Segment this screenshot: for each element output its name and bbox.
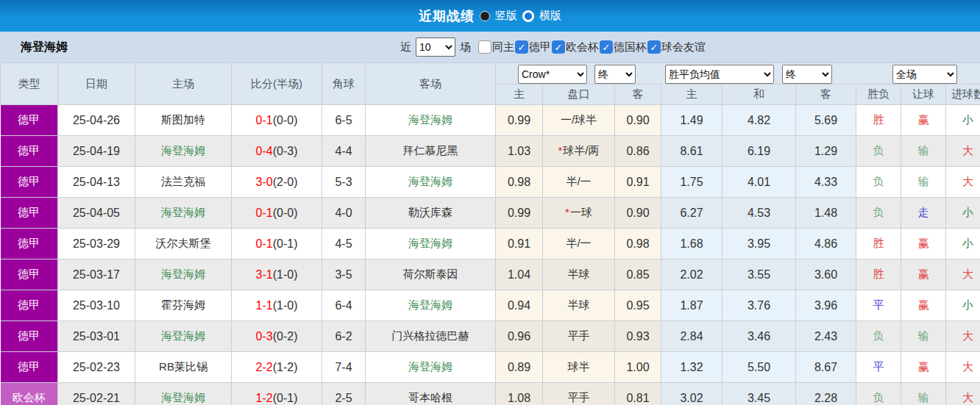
radio-vertical-layout[interactable] [480, 11, 490, 21]
league-filter-item: ✓球会友谊 [647, 40, 706, 54]
league-checkbox[interactable]: ✓ [515, 40, 528, 54]
results-table: 类型 日期 主场 比分(半场) 角球 客场 Crow* 终 胜平负均值 [0, 62, 980, 405]
half-time-score: (0-1) [273, 392, 298, 404]
subcol-result-goals: 进球数 [946, 85, 980, 105]
handicap-line: 平手 [543, 383, 615, 405]
league-filter-label[interactable]: 德国杯 [613, 40, 647, 54]
radio-horizontal-layout[interactable] [522, 10, 534, 22]
league-filter-group: ✓德甲✓欧会杯✓德国杯✓球会友谊 [515, 40, 706, 54]
handicap-line: 半球 [543, 259, 615, 290]
match-date: 25-04-19 [58, 136, 135, 167]
avg-home-odds: 2.02 [661, 259, 722, 290]
subcol-result-outcome: 胜负 [856, 85, 901, 105]
score-cell: 0-3(0-2) [232, 321, 322, 352]
result-outcome: 平 [856, 290, 901, 321]
avg-away-odds: 2.28 [796, 383, 856, 405]
avg-away-odds: 2.43 [796, 321, 856, 352]
avg-away-odds: 8.67 [796, 352, 856, 383]
match-row: 德甲25-04-19海登海姆0-4(0-3)4-4拜仁慕尼黑1.03*球半/两0… [1, 136, 980, 167]
handicap-home-odds: 1.08 [496, 383, 543, 405]
away-team: 海登海姆 [366, 290, 496, 321]
match-row: 德甲25-02-23RB莱比锡2-2(1-2)7-4海登海姆0.89球半1.00… [1, 352, 980, 383]
avg-home-odds: 1.87 [661, 290, 722, 321]
same-home-checkbox[interactable] [478, 40, 491, 54]
avg-draw-odds: 3.46 [722, 321, 796, 352]
result-handicap: 赢 [901, 352, 946, 383]
handicap-line: 一/球半 [543, 105, 615, 136]
corner-score: 4-0 [322, 198, 366, 229]
match-date: 25-02-23 [58, 352, 135, 383]
result-goals: 小 [946, 105, 980, 136]
avg-draw-odds: 6.19 [722, 136, 796, 167]
half-time-score: (0-1) [273, 237, 298, 250]
handicap-away-odds: 0.85 [615, 259, 661, 290]
avg-away-odds: 3.60 [796, 259, 856, 290]
avg-draw-odds: 3.95 [722, 229, 796, 259]
league-badge: 德甲 [1, 136, 58, 167]
radio-vertical-label[interactable]: 竖版 [495, 9, 517, 23]
avg-stage-select[interactable]: 终 [782, 65, 832, 84]
full-time-score: 0-1 [256, 114, 273, 126]
half-time-score: (0-0) [273, 114, 298, 126]
match-row: 德甲25-04-05海登海姆0-1(0-0)4-0勒沃库森0.99*一球0.90… [1, 198, 980, 229]
result-goals: 小 [946, 290, 980, 321]
subcol-handicap-line: 盘口 [543, 85, 615, 105]
result-handicap: 输 [901, 383, 946, 405]
home-team: 法兰克福 [135, 167, 232, 198]
avg-away-odds: 3.96 [796, 290, 856, 321]
avg-home-odds: 3.02 [661, 383, 722, 405]
handicap-line: 平手 [543, 321, 615, 352]
corner-score: 5-3 [322, 167, 366, 198]
league-filter-label[interactable]: 欧会杯 [565, 40, 600, 54]
avg-draw-odds: 5.50 [722, 352, 796, 383]
results-table-wrap: 类型 日期 主场 比分(半场) 角球 客场 Crow* 终 胜平负均值 [0, 62, 980, 405]
recent-count-select[interactable]: 10 [416, 37, 455, 57]
league-filter-label[interactable]: 球会友谊 [661, 40, 706, 54]
league-badge: 德甲 [1, 259, 58, 290]
away-team: 海登海姆 [366, 229, 496, 259]
match-row: 德甲25-04-26斯图加特0-1(0-0)6-5海登海姆0.99一/球半0.9… [1, 105, 980, 136]
result-outcome: 负 [856, 198, 901, 229]
col-header-home: 主场 [135, 63, 232, 105]
corner-score: 4-5 [322, 229, 366, 259]
league-checkbox[interactable]: ✓ [600, 40, 613, 54]
match-row: 德甲25-03-01海登海姆0-3(0-2)6-2门兴格拉德巴赫0.96平手0.… [1, 321, 980, 352]
league-checkbox[interactable]: ✓ [647, 40, 661, 54]
half-time-score: (1-0) [273, 299, 298, 312]
odds-company-select[interactable]: Crow* [518, 65, 587, 84]
star-marker: * [565, 206, 569, 218]
away-team: 海登海姆 [366, 167, 496, 198]
league-filter-item: ✓德国杯 [600, 40, 647, 54]
away-team: 海登海姆 [366, 105, 496, 136]
scope-select[interactable]: 全场 [892, 65, 957, 84]
same-home-label[interactable]: 同主 [491, 40, 515, 54]
avg-odds-select[interactable]: 胜平负均值 [665, 65, 774, 84]
radio-horizontal-label[interactable]: 横版 [539, 9, 561, 23]
full-time-score: 0-4 [256, 145, 273, 157]
match-row: 德甲25-03-17海登海姆3-1(1-0)3-5荷尔斯泰因1.04半球0.85… [1, 259, 980, 290]
handicap-home-odds: 0.98 [496, 167, 543, 198]
avg-draw-odds: 3.45 [722, 383, 796, 405]
avg-away-odds: 1.29 [796, 136, 856, 167]
match-date: 25-04-26 [58, 105, 135, 136]
match-date: 25-03-01 [58, 321, 135, 352]
handicap-home-odds: 0.89 [496, 352, 543, 383]
score-cell: 0-1(0-0) [232, 105, 322, 136]
score-cell: 3-0(2-0) [232, 167, 322, 198]
league-checkbox[interactable]: ✓ [552, 40, 565, 54]
title-bar: 近期战绩 竖版 横版 [0, 0, 980, 32]
handicap-home-odds: 0.99 [496, 198, 543, 229]
full-time-score: 1-1 [256, 299, 273, 312]
odds-stage-select[interactable]: 终 [594, 65, 636, 84]
league-filter-label[interactable]: 德甲 [528, 40, 552, 54]
page-title: 近期战绩 [419, 7, 475, 25]
match-row: 德甲25-03-29沃尔夫斯堡0-1(0-1)4-5海登海姆0.91半/一0.9… [1, 229, 980, 259]
handicap-away-odds: 0.95 [615, 290, 661, 321]
result-outcome: 负 [856, 167, 901, 198]
away-team: 勒沃库森 [366, 198, 496, 229]
match-date: 25-03-10 [58, 290, 135, 321]
match-row: 欧会杯25-02-21海登海姆1-2(0-1)2-5哥本哈根1.08平手0.81… [1, 383, 980, 405]
handicap-home-odds: 0.99 [496, 105, 543, 136]
home-team: 沃尔夫斯堡 [135, 229, 232, 259]
score-cell: 3-1(1-0) [232, 259, 322, 290]
